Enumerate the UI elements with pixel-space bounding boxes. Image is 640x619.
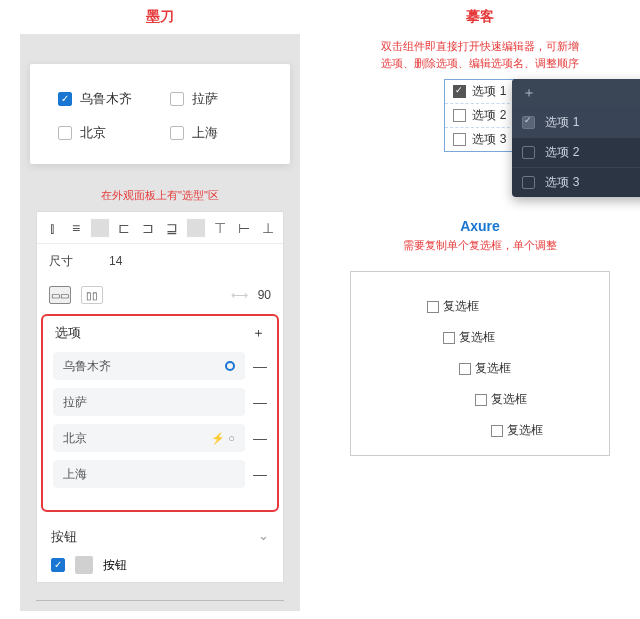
item-label: 选项 2 bbox=[472, 107, 506, 124]
axure-checkbox[interactable]: 复选框 bbox=[459, 360, 609, 377]
axure-canvas: 复选框 复选框 复选框 复选框 复选框 bbox=[350, 271, 610, 456]
align-right-icon[interactable]: ⊒ bbox=[163, 220, 181, 236]
add-option-button[interactable]: ＋ bbox=[252, 324, 265, 342]
axure-checkbox[interactable]: 复选框 bbox=[427, 298, 609, 315]
modao-column: 墨刀 ✓乌鲁木齐 拉萨 北京 上海 在外观面板上有"选型"区 ⫿ ≡ ⊏ ⊐ ⊒… bbox=[0, 0, 320, 619]
layout-vertical-icon[interactable]: ▯▯ bbox=[81, 286, 103, 304]
list-item[interactable]: 选项 3 bbox=[445, 128, 514, 151]
option-text: 乌鲁木齐 bbox=[63, 358, 111, 375]
size-label: 尺寸 bbox=[49, 253, 99, 270]
checkbox-label: 上海 bbox=[192, 124, 218, 142]
size-value[interactable]: 14 bbox=[109, 254, 122, 268]
remove-option-button[interactable]: — bbox=[253, 430, 267, 446]
option-text: 北京 bbox=[63, 430, 87, 447]
checkbox-label: 复选框 bbox=[507, 422, 543, 439]
mockplus-editor: ＋ ↑ ↓ 🗑 选项 1 选项 2 选项 3 bbox=[512, 79, 640, 197]
align-toolbar: ⫿ ≡ ⊏ ⊐ ⊒ ⊤ ⊢ ⊥ bbox=[37, 212, 283, 244]
chevron-down-icon[interactable]: ⌄ bbox=[258, 528, 269, 546]
checkbox-icon bbox=[170, 126, 184, 140]
option-text: 上海 bbox=[63, 466, 87, 483]
size-row: 尺寸 14 bbox=[37, 244, 283, 278]
checkbox-icon: ✓ bbox=[58, 92, 72, 106]
checkbox-label: 复选框 bbox=[491, 391, 527, 408]
checkbox-item[interactable]: 拉萨 bbox=[170, 90, 262, 108]
checkbox-item[interactable]: ✓乌鲁木齐 bbox=[58, 90, 150, 108]
option-text: 拉萨 bbox=[63, 394, 87, 411]
lightning-icon: ⚡ ○ bbox=[211, 432, 235, 445]
checkbox-label: 拉萨 bbox=[192, 90, 218, 108]
option-input[interactable]: 上海 bbox=[53, 460, 245, 488]
option-item: 上海 — bbox=[53, 460, 267, 488]
color-swatch[interactable] bbox=[75, 556, 93, 574]
checkbox-label: 复选框 bbox=[475, 360, 511, 377]
checkbox-icon[interactable] bbox=[522, 176, 535, 189]
remove-option-button[interactable]: — bbox=[253, 394, 267, 410]
checkbox-icon bbox=[443, 332, 455, 344]
option-item: 乌鲁木齐 — bbox=[53, 352, 267, 380]
editor-row[interactable]: 选项 2 bbox=[512, 137, 640, 167]
checkbox-label: 复选框 bbox=[459, 329, 495, 346]
axure-checkbox[interactable]: 复选框 bbox=[491, 422, 609, 439]
align-middle-icon[interactable]: ⊢ bbox=[235, 220, 253, 236]
checkbox-label: 乌鲁木齐 bbox=[80, 90, 132, 108]
spacing-icon: ⟷ bbox=[231, 288, 248, 302]
spacing-value[interactable]: 90 bbox=[258, 288, 271, 302]
checkbox-icon[interactable] bbox=[522, 146, 535, 159]
option-input[interactable]: 拉萨 bbox=[53, 388, 245, 416]
button-label: 按钮 bbox=[103, 557, 127, 574]
list-item[interactable]: 选项 2 bbox=[445, 104, 514, 128]
options-frame: 选项 ＋ 乌鲁木齐 — 拉萨 — 北京⚡ ○ — 上海 — bbox=[41, 314, 279, 512]
checkbox-icon[interactable] bbox=[522, 116, 535, 129]
layout-row: ▭▭ ▯▯ ⟷ 90 bbox=[37, 278, 283, 312]
options-title: 选项 bbox=[55, 324, 81, 342]
remove-option-button[interactable]: — bbox=[253, 466, 267, 482]
checkbox-icon bbox=[453, 133, 466, 146]
modao-wrapper: ✓乌鲁木齐 拉萨 北京 上海 在外观面板上有"选型"区 ⫿ ≡ ⊏ ⊐ ⊒ ⊤ … bbox=[20, 34, 300, 611]
option-item: 北京⚡ ○ — bbox=[53, 424, 267, 452]
divider bbox=[91, 219, 109, 237]
options-header: 选项 ＋ bbox=[53, 324, 267, 342]
right-column: 摹客 双击组件即直接打开快速编辑器，可新增 选项、删除选项、编辑选项名、调整顺序… bbox=[320, 0, 640, 619]
add-button[interactable]: ＋ bbox=[522, 84, 536, 102]
thumbnail-bar bbox=[36, 583, 284, 601]
option-item: 拉萨 — bbox=[53, 388, 267, 416]
align-icon[interactable]: ⫿ bbox=[43, 220, 61, 236]
axure-checkbox[interactable]: 复选框 bbox=[475, 391, 609, 408]
axure-checkbox[interactable]: 复选框 bbox=[443, 329, 609, 346]
option-input[interactable]: 乌鲁木齐 bbox=[53, 352, 245, 380]
checkbox-icon[interactable]: ✓ bbox=[51, 558, 65, 572]
row-label: 选项 3 bbox=[545, 174, 579, 191]
row-label: 选项 2 bbox=[545, 144, 579, 161]
align-center-icon[interactable]: ⊐ bbox=[139, 220, 157, 236]
item-label: 选项 3 bbox=[472, 131, 506, 148]
mockplus-list[interactable]: 选项 1 选项 2 选项 3 bbox=[444, 79, 515, 152]
radio-selected-icon[interactable] bbox=[225, 361, 235, 371]
checkbox-icon bbox=[170, 92, 184, 106]
divider bbox=[187, 219, 205, 237]
modao-subtitle: 在外观面板上有"选型"区 bbox=[101, 188, 219, 203]
modao-panel: ⫿ ≡ ⊏ ⊐ ⊒ ⊤ ⊢ ⊥ 尺寸 14 ▭▭ ▯▯ ⟷ 90 bbox=[36, 211, 284, 583]
modao-checkbox-preview: ✓乌鲁木齐 拉萨 北京 上海 bbox=[30, 64, 290, 164]
checkbox-icon bbox=[453, 109, 466, 122]
axure-title: Axure bbox=[460, 218, 500, 234]
layout-horizontal-icon[interactable]: ▭▭ bbox=[49, 286, 71, 304]
checkbox-icon bbox=[491, 425, 503, 437]
mockplus-preview: 选项 1 选项 2 选项 3 ＋ ↑ ↓ 🗑 选项 1 选项 2 选项 3 bbox=[444, 79, 515, 152]
row-label: 选项 1 bbox=[545, 114, 579, 131]
checkbox-label: 复选框 bbox=[443, 298, 479, 315]
editor-row[interactable]: 选项 1 bbox=[512, 107, 640, 137]
editor-toolbar: ＋ ↑ ↓ 🗑 bbox=[512, 79, 640, 107]
align-top-icon[interactable]: ⊤ bbox=[211, 220, 229, 236]
editor-row[interactable]: 选项 3 bbox=[512, 167, 640, 197]
list-item[interactable]: 选项 1 bbox=[445, 80, 514, 104]
item-label: 选项 1 bbox=[472, 83, 506, 100]
align-bottom-icon[interactable]: ⊥ bbox=[259, 220, 277, 236]
remove-option-button[interactable]: — bbox=[253, 358, 267, 374]
checkbox-item[interactable]: 北京 bbox=[58, 124, 150, 142]
checkbox-item[interactable]: 上海 bbox=[170, 124, 262, 142]
button-header: 按钮⌄ bbox=[51, 528, 269, 546]
option-input[interactable]: 北京⚡ ○ bbox=[53, 424, 245, 452]
align-icon[interactable]: ≡ bbox=[67, 220, 85, 236]
align-left-icon[interactable]: ⊏ bbox=[115, 220, 133, 236]
checkbox-icon bbox=[427, 301, 439, 313]
